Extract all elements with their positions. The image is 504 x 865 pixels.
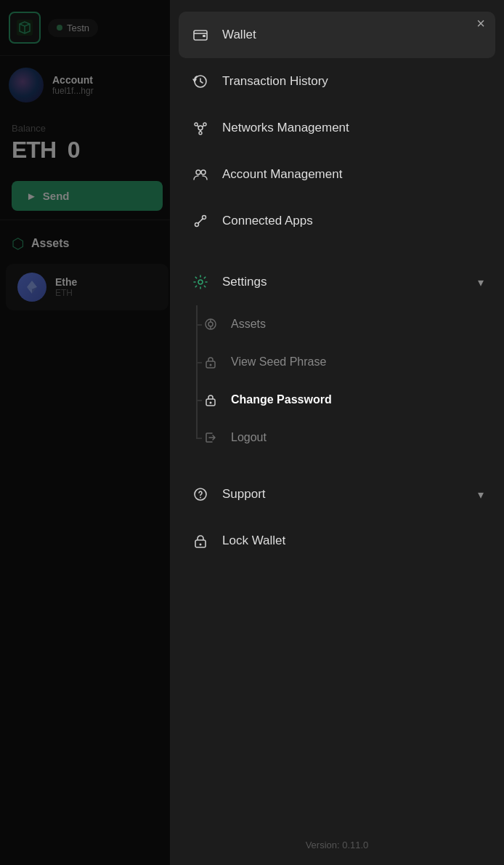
version-text: Version: 0.11.0 [170, 825, 504, 865]
history-icon [190, 71, 211, 92]
svg-point-30 [200, 544, 202, 546]
svg-line-12 [203, 126, 204, 127]
svg-rect-5 [203, 35, 206, 37]
svg-point-24 [210, 364, 212, 366]
svg-point-26 [210, 402, 212, 404]
logout-label: Logout [231, 431, 267, 444]
gear-icon [190, 272, 211, 292]
support-label: Support [222, 487, 466, 502]
view-seed-phrase-label: View Seed Phrase [231, 355, 326, 369]
accounts-icon [190, 164, 211, 185]
connected-icon [190, 211, 211, 231]
settings-sub-items: Assets View Seed Phrase [170, 305, 504, 456]
assets-sub-label: Assets [231, 318, 266, 331]
menu-items-container: Wallet Transaction History [170, 0, 504, 825]
menu-item-lock-wallet[interactable]: Lock Wallet [170, 518, 504, 564]
sub-item-assets[interactable]: Assets [170, 305, 504, 343]
svg-point-8 [195, 123, 198, 126]
svg-point-15 [201, 170, 206, 174]
section-divider-1 [170, 244, 504, 259]
support-chevron: ▾ [478, 488, 484, 502]
menu-item-account-management[interactable]: Account Management [170, 151, 504, 198]
assets-sub-icon [202, 315, 219, 333]
svg-point-18 [198, 280, 203, 284]
svg-point-28 [200, 497, 201, 499]
lock-icon [202, 353, 219, 371]
logout-icon [202, 429, 219, 446]
overlay-dim [0, 0, 174, 865]
menu-panel: × Wallet Transac [170, 0, 504, 865]
menu-item-transaction-history[interactable]: Transaction History [170, 58, 504, 105]
close-button[interactable]: × [469, 12, 492, 35]
menu-item-connected-apps[interactable]: Connected Apps [170, 198, 504, 244]
networks-icon [190, 118, 211, 138]
wallet-icon [190, 25, 211, 45]
svg-point-14 [196, 170, 200, 174]
lock-icon2 [202, 391, 219, 409]
sub-item-logout[interactable]: Logout [170, 419, 504, 456]
wallet-label: Wallet [222, 28, 484, 42]
menu-item-support[interactable]: Support ▾ [170, 471, 504, 518]
sub-item-view-seed-phrase[interactable]: View Seed Phrase [170, 343, 504, 381]
svg-point-10 [199, 132, 202, 134]
connected-apps-label: Connected Apps [222, 214, 484, 228]
menu-item-settings[interactable]: Settings ▾ [170, 259, 504, 305]
svg-point-20 [208, 322, 213, 326]
transaction-history-label: Transaction History [222, 74, 484, 89]
settings-label: Settings [222, 275, 466, 289]
svg-point-9 [203, 123, 206, 126]
change-password-label: Change Password [231, 393, 332, 406]
menu-item-networks-management[interactable]: Networks Management [170, 105, 504, 151]
lock-wallet-icon [190, 531, 211, 551]
section-divider-2 [170, 456, 504, 471]
menu-item-wallet[interactable]: Wallet [179, 12, 495, 58]
lock-wallet-label: Lock Wallet [222, 534, 484, 548]
networks-management-label: Networks Management [222, 121, 484, 135]
support-icon [190, 484, 211, 504]
sub-item-change-password[interactable]: Change Password [170, 381, 504, 419]
account-management-label: Account Management [222, 167, 484, 182]
settings-chevron: ▾ [478, 275, 484, 289]
svg-line-11 [198, 126, 199, 127]
svg-point-7 [198, 126, 203, 130]
